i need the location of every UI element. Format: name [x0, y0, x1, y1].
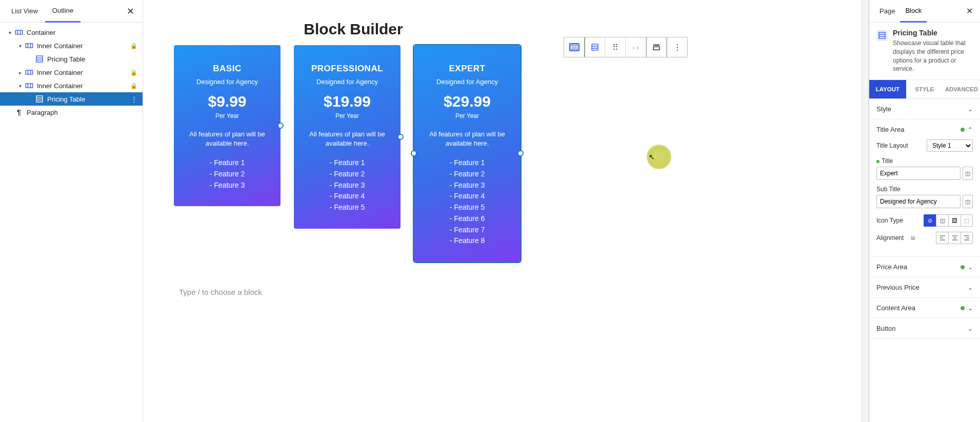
close-right-panel[interactable]: ✕ [964, 4, 975, 18]
resize-handle[interactable] [277, 123, 284, 129]
tree-inner-1[interactable]: ▾ Inner Container 🔒 [0, 39, 143, 52]
parent-block-button[interactable] [564, 37, 585, 57]
section-previous-price[interactable]: Previous Price ⌄ [869, 277, 980, 297]
dynamic-content-button[interactable]: ◫ [963, 167, 973, 180]
chevron-down-icon[interactable]: ▾ [5, 30, 14, 35]
paragraph-icon: ¶ [14, 108, 24, 117]
align-left[interactable] [936, 232, 948, 244]
label-title-layout: Title Layout [876, 142, 908, 149]
chevron-down-icon: ⌄ [968, 106, 973, 113]
tree-container[interactable]: ▾ Container [0, 26, 143, 39]
input-title[interactable] [876, 167, 961, 180]
scrollbar[interactable] [862, 0, 869, 422]
block-placeholder[interactable]: Type / to choose a block [174, 288, 831, 296]
canvas[interactable]: Block Builder BASIC Designed for Agency … [143, 0, 862, 422]
feature-item: - Feature 5 [303, 202, 391, 213]
section-style[interactable]: Style ⌄ [869, 99, 980, 119]
feature-item: - Feature 2 [303, 169, 391, 180]
tab-list-view[interactable]: List View [4, 0, 45, 23]
label-alignment: Alignment [876, 234, 904, 242]
block-type-button[interactable] [585, 37, 605, 57]
active-indicator [961, 265, 965, 269]
subtab-style[interactable]: STYLE [906, 80, 943, 98]
drag-handle[interactable]: ⠿ [605, 37, 626, 57]
left-panel-tabs: List View Outline ✕ [0, 0, 143, 23]
block-header: Pricing Table Showcase visual table that… [869, 23, 980, 80]
svg-rect-6 [36, 56, 43, 62]
block-name: Pricing Table [893, 29, 973, 37]
card-title: PROFESSIONAL [303, 64, 391, 74]
more-icon[interactable]: ⋮ [131, 95, 137, 103]
card-features: - Feature 1- Feature 2- Feature 3- Featu… [303, 157, 391, 213]
section-button[interactable]: Button ⌄ [869, 318, 980, 338]
section-content-area[interactable]: Content Area ⌄ [869, 298, 980, 318]
feature-item: - Feature 1 [303, 157, 391, 169]
svg-rect-3 [26, 44, 32, 48]
section-title-area[interactable]: Title Area ⌃ [869, 119, 980, 139]
tree-label: Container [27, 29, 137, 36]
feature-item: - Feature 2 [423, 169, 511, 180]
icon-type-none[interactable]: ⊘ [924, 214, 936, 227]
chevron-down-icon[interactable]: ▾ [15, 83, 25, 89]
input-subtitle[interactable] [876, 195, 961, 208]
align-button[interactable] [646, 37, 667, 57]
left-panel: List View Outline ✕ ▾ Container ▾ Inner … [0, 0, 143, 422]
pricing-cards-row: BASIC Designed for Agency $9.99 Per Year… [174, 45, 831, 262]
active-indicator [876, 160, 879, 163]
card-price: $29.99 [423, 93, 511, 110]
chevron-down-icon[interactable]: ▾ [15, 43, 25, 49]
lock-icon: 🔒 [130, 83, 137, 89]
select-title-layout[interactable]: Style 1 [927, 139, 973, 152]
card-description: All features of plan will be available h… [303, 130, 391, 148]
feature-item: - Feature 8 [423, 235, 511, 247]
section-price-area[interactable]: Price Area ⌄ [869, 257, 980, 277]
feature-item: - Feature 1 [423, 157, 511, 169]
icon-type-svg[interactable]: ⬚ [961, 214, 973, 227]
pricing-card[interactable]: BASIC Designed for Agency $9.99 Per Year… [174, 45, 281, 206]
tree-pricing-selected[interactable]: Pricing Table ⋮ [0, 92, 143, 106]
tree-pricing-1[interactable]: Pricing Table [0, 52, 143, 66]
tab-page[interactable]: Page [874, 0, 900, 23]
subtab-advanced[interactable]: ADVANCED [943, 80, 980, 98]
outline-tree: ▾ Container ▾ Inner Container 🔒 Pricing … [0, 23, 143, 122]
move-arrows[interactable]: ‹ › [626, 37, 646, 57]
tree-paragraph[interactable]: ¶ Paragraph [0, 106, 143, 119]
resize-handle[interactable] [397, 134, 404, 140]
tree-inner-3[interactable]: ▾ Inner Container 🔒 [0, 79, 143, 92]
icon-type-image[interactable]: 🖼 [948, 214, 961, 227]
pricing-card[interactable]: EXPERT Designed for Agency $29.99 Per Ye… [414, 45, 521, 262]
resize-handle[interactable] [411, 150, 417, 156]
feature-item: - Feature 2 [183, 169, 271, 180]
block-description: Showcase visual table that displays the … [893, 39, 973, 73]
dynamic-content-button[interactable]: ◫ [963, 195, 973, 208]
label-icon-type: Icon Type [876, 217, 903, 224]
container-icon [25, 81, 34, 90]
tree-inner-2[interactable]: ▸ Inner Container 🔒 [0, 66, 143, 79]
more-options[interactable]: ⋮ [667, 37, 687, 57]
responsive-icon[interactable]: 🖥 [910, 235, 915, 241]
card-price: $19.99 [303, 93, 391, 110]
tree-label: Inner Container [37, 42, 130, 50]
feature-item: - Feature 7 [423, 225, 511, 236]
svg-rect-12 [26, 84, 32, 88]
card-period: Per Year [183, 112, 271, 119]
card-features: - Feature 1- Feature 2- Feature 3- Featu… [423, 157, 511, 247]
svg-rect-0 [15, 30, 22, 34]
chevron-right-icon[interactable]: ▸ [15, 70, 25, 75]
chevron-up-icon: ⌃ [968, 126, 973, 133]
chevron-down-icon: ⌄ [968, 305, 973, 312]
resize-handle[interactable] [517, 150, 524, 156]
icon-type-icon[interactable]: ◫ [936, 214, 948, 227]
pricing-card[interactable]: PROFESSIONAL Designed for Agency $19.99 … [294, 45, 401, 229]
align-center[interactable] [948, 232, 961, 244]
card-subtitle: Designed for Agency [423, 78, 511, 86]
feature-item: - Feature 3 [423, 180, 511, 191]
right-panel-tabs: Page Block ✕ [869, 0, 980, 23]
close-left-panel[interactable]: ✕ [123, 4, 138, 19]
tab-outline[interactable]: Outline [45, 0, 81, 23]
tab-block[interactable]: Block [900, 0, 927, 23]
subtab-layout[interactable]: LAYOUT [869, 80, 906, 98]
container-icon [14, 28, 24, 37]
align-right[interactable] [961, 232, 973, 244]
card-title: BASIC [183, 64, 271, 74]
